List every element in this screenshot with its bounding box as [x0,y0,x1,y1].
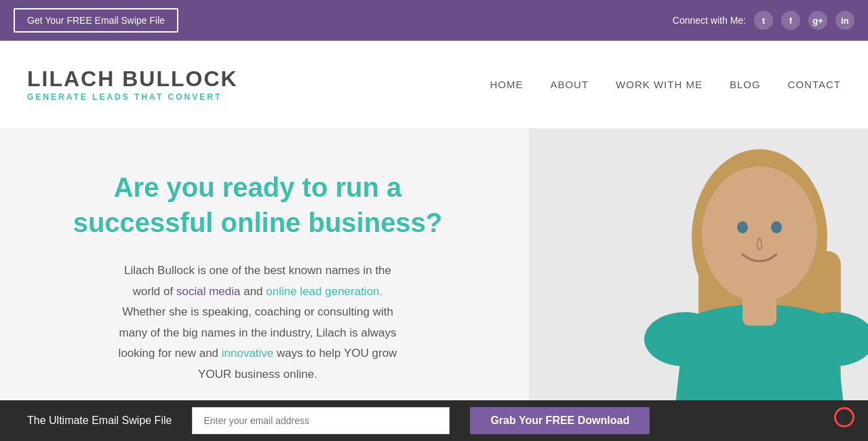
facebook-icon[interactable]: f [781,11,800,30]
hero-lead-gen: online lead generation. [266,285,382,298]
cursor-indicator [834,407,854,427]
bottom-label: The Ultimate Email Swipe File [27,415,172,427]
googleplus-icon[interactable]: g+ [808,11,827,30]
logo-name: LILACH BULLOCK [27,68,238,90]
person-svg [529,129,868,441]
header: LILACH BULLOCK GENERATE LEADS THAT CONVE… [0,41,868,129]
hero-image [529,129,868,441]
download-button[interactable]: Grab Your FREE Download [470,407,650,434]
top-bar-right: Connect with Me: t f g+ in [673,11,854,30]
hero-body: Lilach Bullock is one of the best known … [54,261,461,385]
twitter-icon[interactable]: t [754,11,773,30]
connect-label: Connect with Me: [673,15,746,26]
nav-item-contact[interactable]: CONTACT [788,79,841,90]
svg-rect-7 [743,292,776,326]
logo: LILACH BULLOCK GENERATE LEADS THAT CONVE… [27,68,238,102]
top-bar-left: Get Your FREE Email Swipe File [14,8,178,33]
logo-tagline: GENERATE LEADS THAT CONVERT [27,92,238,102]
hero-content: Are you ready to run a successful online… [0,129,515,426]
linkedin-icon[interactable]: in [835,11,854,30]
nav-item-home[interactable]: HOME [490,79,523,90]
top-bar: Get Your FREE Email Swipe File Connect w… [0,0,868,41]
main-nav: HOME ABOUT WORK WITH ME BLOG CONTACT [490,79,841,90]
nav-item-about[interactable]: ABOUT [550,79,589,90]
nav-item-blog[interactable]: BLOG [730,79,761,90]
hero-heading: Are you ready to run a successful online… [54,170,461,240]
bottom-bar: The Ultimate Email Swipe File Grab Your … [0,400,868,441]
svg-point-8 [644,312,726,366]
email-input[interactable] [192,407,450,434]
svg-point-4 [702,166,817,302]
svg-point-5 [737,221,748,233]
svg-point-6 [771,221,782,233]
hero-body-and: and [240,285,266,298]
hero-section: Are you ready to run a successful online… [0,129,868,441]
nav-item-work-with-me[interactable]: WORK WITH ME [616,79,703,90]
hero-innovative: innovative [222,347,274,360]
email-swipe-button[interactable]: Get Your FREE Email Swipe File [14,8,178,33]
hero-social-media: social media [176,285,241,298]
logo-tagline-start: GENERATE LEADS THAT [27,92,168,102]
logo-tagline-highlight: CONVERT [168,92,222,102]
